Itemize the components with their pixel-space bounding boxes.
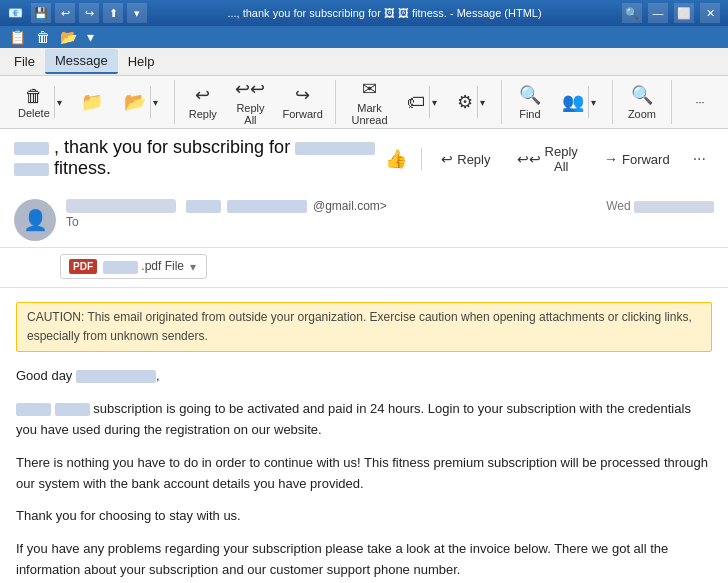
greeting-paragraph: Good day , <box>16 366 712 387</box>
attachment-label: .pdf File <box>103 259 184 273</box>
minimize-btn[interactable]: — <box>648 3 668 23</box>
more-ribbon-button[interactable]: ··· <box>680 81 720 123</box>
archive-button[interactable]: 📁 <box>72 81 112 123</box>
pdf-icon: PDF <box>69 259 97 274</box>
zoom-icon: 🔍 <box>631 84 653 106</box>
move-dropdown-arrow[interactable]: ▾ <box>150 86 160 118</box>
find-button[interactable]: 🔍 Find <box>510 81 550 123</box>
contact-dropdown-arrow[interactable]: ▾ <box>588 86 598 118</box>
archive-icon: 📁 <box>81 91 103 113</box>
delete-group: 🗑 Delete ▾ 📁 📂 ▾ <box>8 80 175 124</box>
attachment-row: PDF .pdf File ▾ <box>0 248 728 288</box>
actions-group: ✉ Mark Unread 🏷 ▾ ⚙ ▾ <box>344 80 502 124</box>
respond-group: ↩ Reply ↩↩ Reply All ↪ Forward <box>183 80 336 124</box>
quick-toolbar: 📋 🗑 📂 ▾ <box>0 26 728 48</box>
find-group: 🔍 Find 👥 ▾ <box>510 80 613 124</box>
reply-icon: ↩ <box>195 84 210 106</box>
restore-btn[interactable]: ⬜ <box>674 3 694 23</box>
mark-unread-button[interactable]: ✉ Mark Unread <box>344 81 395 123</box>
reply-all-label: Reply All <box>232 102 269 126</box>
find-label: Find <box>519 108 540 120</box>
move-button[interactable]: 📂 ▾ <box>114 81 166 123</box>
delete-label: Delete <box>18 107 50 119</box>
app-icon: 📧 <box>8 6 23 20</box>
inline-more-button[interactable]: ··· <box>685 148 714 170</box>
menu-message[interactable]: Message <box>45 49 118 74</box>
menu-file[interactable]: File <box>4 50 45 73</box>
inline-reply-icon: ↩ <box>441 151 453 167</box>
subject-blurred-1 <box>14 142 49 155</box>
ribbon: 🗑 Delete ▾ 📁 📂 ▾ ↩ Reply ↩↩ Reply All ↪ … <box>0 76 728 129</box>
forward-icon: ↪ <box>295 84 310 106</box>
tags-dropdown-arrow[interactable]: ▾ <box>429 86 439 118</box>
reply-all-button[interactable]: ↩↩ Reply All <box>225 81 276 123</box>
reply-all-icon: ↩↩ <box>235 78 265 100</box>
save-btn[interactable]: 💾 <box>31 3 51 23</box>
brand-blurred-1 <box>16 403 51 416</box>
delete-icon: 🗑 <box>25 86 43 107</box>
mark-unread-icon: ✉ <box>362 78 377 100</box>
body-paragraph-3: Thank you for choosing to stay with us. <box>16 506 712 527</box>
attachment-dropdown-arrow[interactable]: ▾ <box>190 260 196 274</box>
qt-icon-2[interactable]: 🗑 <box>33 29 53 45</box>
to-row: To <box>66 215 596 229</box>
email-body: CAUTION: This email originated from outs… <box>0 288 728 583</box>
inline-forward-icon: → <box>604 151 618 167</box>
view-group: 🔍 Zoom <box>621 80 672 124</box>
quick-access-icons[interactable]: 💾 ↩ ↪ ⬆ ▾ <box>31 3 147 23</box>
inline-forward-button[interactable]: → Forward <box>593 146 681 172</box>
more-actions-button[interactable]: ⚙ ▾ <box>447 81 493 123</box>
reply-button[interactable]: ↩ Reply <box>183 81 223 123</box>
more-actions-icon: ⚙ <box>457 91 473 113</box>
tags-icon: 🏷 <box>407 92 425 113</box>
search-btn[interactable]: 🔍 <box>622 3 642 23</box>
zoom-label: Zoom <box>628 108 656 120</box>
like-button[interactable]: 👍 <box>379 146 413 172</box>
menu-help[interactable]: Help <box>118 50 165 73</box>
sender-name-blurred <box>66 199 176 213</box>
toolbar-separator-1 <box>421 148 422 170</box>
tags-button[interactable]: 🏷 ▾ <box>397 81 445 123</box>
up-btn[interactable]: ⬆ <box>103 3 123 23</box>
zoom-button[interactable]: 🔍 Zoom <box>621 81 663 123</box>
title-bar: 📧 💾 ↩ ↪ ⬆ ▾ ..., thank you for subscribi… <box>0 0 728 26</box>
undo-btn[interactable]: ↩ <box>55 3 75 23</box>
inline-reply-all-button[interactable]: ↩↩ Reply All <box>506 139 589 179</box>
sender-info: @gmail.com> To <box>66 199 596 229</box>
email-subject: , thank you for subscribing for fitness. <box>14 137 379 179</box>
contact-button[interactable]: 👥 ▾ <box>552 81 604 123</box>
menu-bar: File Message Help <box>0 48 728 76</box>
qt-more[interactable]: ▾ <box>84 29 97 45</box>
delete-button[interactable]: 🗑 Delete ▾ <box>8 81 70 123</box>
move-icon: 📂 <box>124 91 146 113</box>
redo-btn[interactable]: ↪ <box>79 3 99 23</box>
qt-icon-3[interactable]: 📂 <box>57 29 80 45</box>
sender-email: @gmail.com> <box>313 199 387 213</box>
attachment-pill[interactable]: PDF .pdf File ▾ <box>60 254 207 279</box>
body-paragraph-4: If you have any problems regarding your … <box>16 539 712 581</box>
close-btn[interactable]: ✕ <box>700 3 720 23</box>
sender-name-row: @gmail.com> <box>66 199 596 213</box>
caution-banner: CAUTION: This email originated from outs… <box>16 302 712 352</box>
attach-filename-blurred <box>103 261 138 274</box>
body-paragraph-1: subscription is going to be activated an… <box>16 399 712 441</box>
email-header: , thank you for subscribing for fitness.… <box>0 129 728 248</box>
more-quick-btn[interactable]: ▾ <box>127 3 147 23</box>
sender-avatar: 👤 <box>14 199 56 241</box>
email-date: Wed <box>606 199 714 213</box>
sender-name-blurred-2 <box>186 200 221 213</box>
greeting-name-blurred <box>76 370 156 383</box>
title-bar-app-icons: 📧 <box>8 6 23 20</box>
delete-dropdown-arrow[interactable]: ▾ <box>54 86 64 118</box>
window-title: ..., thank you for subscribing for 🖼 🖼 f… <box>155 7 614 19</box>
more-actions-arrow[interactable]: ▾ <box>477 86 487 118</box>
email-content: , thank you for subscribing for fitness.… <box>0 129 728 583</box>
qt-icon-1[interactable]: 📋 <box>6 29 29 45</box>
subject-blurred-3 <box>14 163 49 176</box>
inline-reply-button[interactable]: ↩ Reply <box>430 146 501 172</box>
sender-name-blurred-3 <box>227 200 307 213</box>
forward-button[interactable]: ↪ Forward <box>278 81 327 123</box>
reply-label: Reply <box>189 108 217 120</box>
find-icon: 🔍 <box>519 84 541 106</box>
inline-reply-label: Reply <box>457 152 490 167</box>
